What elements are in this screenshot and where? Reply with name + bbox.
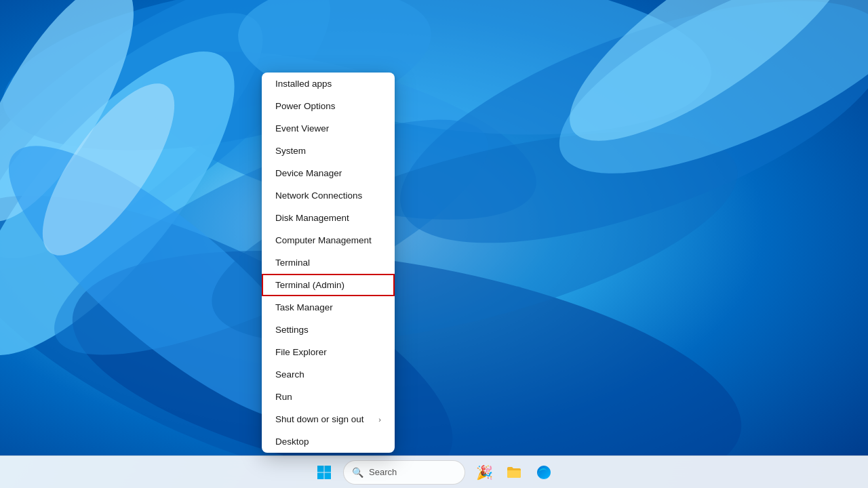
menu-item-event-viewer[interactable]: Event Viewer — [262, 117, 395, 140]
start-button[interactable] — [311, 459, 338, 486]
desktop-background — [0, 0, 868, 455]
menu-item-file-explorer[interactable]: File Explorer — [262, 341, 395, 363]
svg-rect-19 — [317, 472, 324, 479]
menu-item-label-task-manager: Task Manager — [275, 302, 333, 312]
folder-icon — [506, 464, 522, 481]
celebration-taskbar-icon[interactable]: 🎉 — [471, 459, 498, 486]
menu-item-label-search: Search — [275, 369, 304, 380]
celebration-icon: 🎉 — [476, 464, 493, 481]
menu-item-terminal[interactable]: Terminal — [262, 251, 395, 274]
svg-rect-17 — [317, 466, 324, 472]
menu-item-label-terminal: Terminal — [275, 258, 310, 268]
windows-logo-icon — [316, 464, 332, 481]
menu-item-label-installed-apps: Installed apps — [275, 79, 332, 89]
edge-taskbar-button[interactable] — [530, 459, 557, 486]
menu-item-system[interactable]: System — [262, 140, 395, 162]
menu-item-desktop[interactable]: Desktop — [262, 430, 395, 453]
menu-item-label-device-manager: Device Manager — [275, 168, 342, 178]
svg-rect-20 — [325, 472, 332, 479]
menu-item-shut-down-sign-out[interactable]: Shut down or sign out› — [262, 408, 395, 430]
taskbar: 🔍 Search 🎉 — [0, 455, 868, 488]
taskbar-center: 🔍 Search 🎉 — [311, 459, 557, 486]
menu-item-installed-apps[interactable]: Installed apps — [262, 73, 395, 95]
menu-item-disk-management[interactable]: Disk Management — [262, 207, 395, 229]
menu-item-label-disk-management: Disk Management — [275, 213, 349, 223]
menu-item-label-run: Run — [275, 392, 292, 402]
menu-item-power-options[interactable]: Power Options — [262, 95, 395, 117]
menu-item-label-computer-management: Computer Management — [275, 235, 372, 245]
taskbar-search[interactable]: 🔍 Search — [343, 460, 465, 485]
menu-item-label-event-viewer: Event Viewer — [275, 123, 329, 134]
menu-item-terminal-admin[interactable]: Terminal (Admin) — [262, 274, 395, 296]
menu-item-computer-management[interactable]: Computer Management — [262, 229, 395, 251]
file-explorer-taskbar-button[interactable] — [500, 459, 528, 486]
svg-rect-18 — [325, 466, 332, 472]
bloom-svg — [0, 0, 868, 455]
menu-item-label-shut-down-sign-out: Shut down or sign out — [275, 414, 364, 424]
menu-item-label-file-explorer: File Explorer — [275, 347, 327, 357]
menu-item-run[interactable]: Run — [262, 386, 395, 408]
menu-item-label-terminal-admin: Terminal (Admin) — [275, 280, 344, 290]
menu-item-search[interactable]: Search — [262, 363, 395, 386]
submenu-arrow-icon: › — [378, 415, 381, 424]
context-menu: Installed appsPower OptionsEvent ViewerS… — [262, 73, 395, 453]
menu-item-label-desktop: Desktop — [275, 436, 309, 447]
menu-item-label-network-connections: Network Connections — [275, 190, 362, 201]
menu-item-label-settings: Settings — [275, 325, 309, 335]
desktop: Installed appsPower OptionsEvent ViewerS… — [0, 0, 868, 488]
menu-item-label-power-options: Power Options — [275, 101, 336, 111]
search-label: Search — [369, 467, 397, 477]
menu-item-settings[interactable]: Settings — [262, 319, 395, 341]
menu-item-device-manager[interactable]: Device Manager — [262, 162, 395, 184]
menu-item-label-system: System — [275, 146, 306, 156]
edge-icon — [536, 464, 552, 481]
menu-item-task-manager[interactable]: Task Manager — [262, 296, 395, 319]
menu-item-network-connections[interactable]: Network Connections — [262, 184, 395, 207]
search-icon: 🔍 — [352, 467, 363, 478]
